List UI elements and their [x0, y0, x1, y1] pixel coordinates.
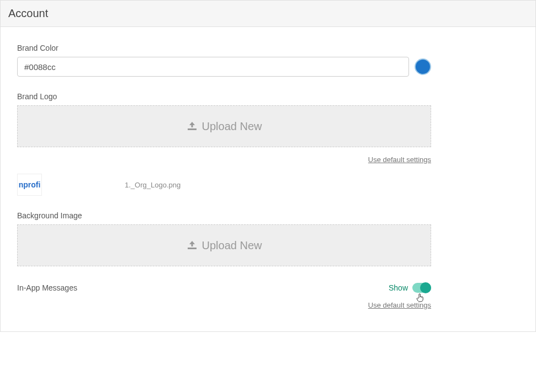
- brand-logo-filename: 1._Org_Logo.png: [125, 181, 181, 189]
- upload-label: Upload New: [202, 239, 262, 252]
- in-app-messages-label: In-App Messages: [17, 283, 77, 292]
- svg-rect-1: [188, 248, 197, 249]
- brand-logo-preview-row: nprofi 1._Org_Logo.png: [17, 174, 519, 196]
- background-image-label: Background Image: [17, 211, 519, 220]
- brand-color-swatch[interactable]: [415, 58, 431, 75]
- brand-logo-field: Brand Logo Upload New Use default settin…: [17, 92, 519, 196]
- panel-header: Account: [1, 1, 535, 27]
- upload-icon: [187, 240, 198, 251]
- brand-logo-label: Brand Logo: [17, 92, 519, 101]
- upload-label: Upload New: [202, 120, 262, 133]
- brand-color-input[interactable]: [17, 57, 409, 77]
- svg-rect-0: [188, 128, 197, 130]
- in-app-toggle-wrap: Show: [389, 283, 431, 293]
- brand-color-row: [17, 57, 519, 77]
- panel-body: Brand Color Brand Logo Upload New Use de…: [1, 27, 535, 331]
- in-app-link-row: Use default settings: [17, 300, 431, 309]
- brand-color-field: Brand Color: [17, 44, 519, 77]
- brand-logo-preview: nprofi: [17, 174, 42, 196]
- brand-color-label: Brand Color: [17, 44, 519, 52]
- background-image-field: Background Image Upload New: [17, 211, 519, 266]
- in-app-default-link[interactable]: Use default settings: [368, 301, 431, 309]
- background-image-upload[interactable]: Upload New: [17, 224, 431, 266]
- brand-logo-link-row: Use default settings: [17, 155, 431, 164]
- in-app-toggle-knob: [420, 282, 431, 293]
- account-panel: Account Brand Color Brand Logo Upload Ne…: [0, 0, 536, 332]
- brand-logo-default-link[interactable]: Use default settings: [368, 155, 431, 164]
- brand-logo-upload[interactable]: Upload New: [17, 105, 431, 147]
- page-title: Account: [8, 7, 528, 20]
- in-app-toggle-text: Show: [389, 283, 408, 292]
- in-app-messages-row: In-App Messages Show: [17, 283, 431, 293]
- in-app-toggle[interactable]: [412, 283, 431, 293]
- brand-logo-preview-text: nprofi: [19, 180, 41, 189]
- upload-icon: [187, 121, 198, 132]
